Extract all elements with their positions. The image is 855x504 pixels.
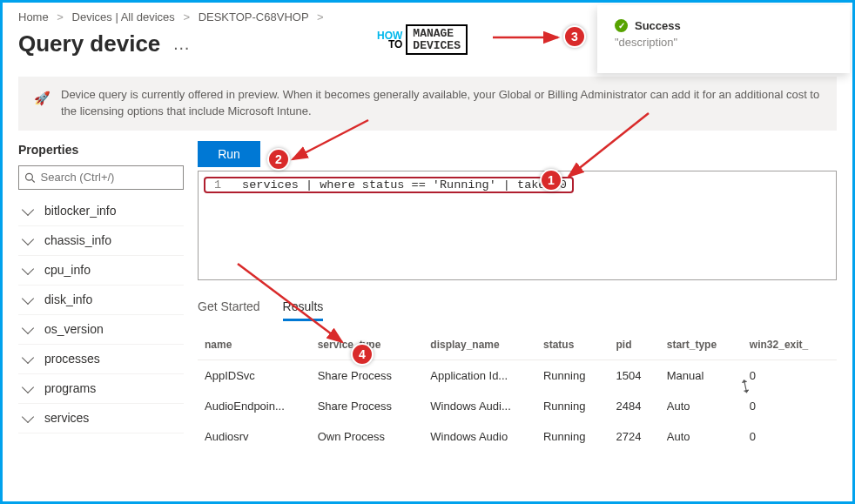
chevron-right-icon: > bbox=[317, 10, 324, 24]
cell-name: Audiosrv bbox=[198, 421, 311, 452]
chevron-right-icon: > bbox=[183, 10, 190, 24]
sidebar-item-services[interactable]: services bbox=[18, 404, 184, 433]
cell-win32_exit_: 0 bbox=[743, 360, 837, 391]
search-input-wrapper[interactable] bbox=[18, 165, 184, 190]
breadcrumb-item[interactable]: Devices | All devices bbox=[72, 10, 175, 24]
column-pid[interactable]: pid bbox=[609, 330, 660, 360]
editor-line-number: 1 bbox=[205, 178, 230, 192]
toast-description: "description" bbox=[615, 36, 832, 49]
sidebar-item-label: processes bbox=[44, 352, 100, 366]
sidebar-item-chassis_info[interactable]: chassis_info bbox=[18, 226, 184, 256]
svg-line-1 bbox=[32, 179, 35, 182]
page-title: Query device bbox=[18, 30, 160, 57]
cell-start_type: Auto bbox=[660, 391, 743, 421]
chevron-down-icon bbox=[22, 263, 34, 275]
sidebar-item-disk_info[interactable]: disk_info bbox=[18, 286, 184, 315]
breadcrumb-item[interactable]: Home bbox=[18, 10, 49, 24]
sidebar-item-label: bitlocker_info bbox=[44, 204, 117, 218]
cell-name: AudioEndpoin... bbox=[198, 391, 311, 421]
search-icon bbox=[24, 171, 36, 184]
annotation-badge-4: 4 bbox=[351, 343, 374, 366]
cell-start_type: Auto bbox=[660, 421, 743, 452]
cell-display_name: Application Id... bbox=[423, 360, 536, 391]
toast-title: Success bbox=[635, 19, 681, 32]
chevron-down-icon bbox=[22, 292, 34, 305]
cell-display_name: Windows Audio bbox=[423, 421, 536, 452]
annotation-badge-3: 3 bbox=[563, 25, 586, 48]
tab-get-started[interactable]: Get Started bbox=[198, 299, 260, 321]
cell-display_name: Windows Audi... bbox=[423, 391, 536, 421]
sidebar-item-label: programs bbox=[44, 381, 96, 395]
sidebar-item-label: services bbox=[44, 411, 89, 425]
toast-success: ✓ Success "description" bbox=[597, 5, 850, 73]
search-input[interactable] bbox=[41, 171, 178, 184]
check-icon: ✓ bbox=[615, 19, 628, 32]
chevron-down-icon bbox=[22, 322, 34, 334]
chevron-down-icon bbox=[22, 352, 34, 364]
cell-status: Running bbox=[536, 421, 609, 452]
editor-code[interactable]: services | where status == 'Running' | t… bbox=[242, 178, 567, 192]
run-button[interactable]: Run bbox=[198, 141, 260, 167]
sidebar-item-processes[interactable]: processes bbox=[18, 345, 184, 374]
more-icon[interactable]: … bbox=[172, 34, 192, 54]
sidebar-item-programs[interactable]: programs bbox=[18, 374, 184, 404]
info-banner: 🚀 Device query is currently offered in p… bbox=[18, 77, 837, 131]
chevron-down-icon bbox=[22, 411, 34, 423]
breadcrumb-item[interactable]: DESKTOP-C68VHOP bbox=[199, 10, 309, 24]
column-name[interactable]: name bbox=[198, 330, 311, 360]
cell-service_type: Own Process bbox=[311, 421, 424, 452]
cell-name: AppIDSvc bbox=[198, 360, 311, 391]
cell-pid: 1504 bbox=[609, 360, 660, 391]
result-tabs: Get Started Results bbox=[198, 299, 837, 321]
sidebar-item-label: os_version bbox=[44, 322, 104, 336]
chevron-right-icon: > bbox=[57, 10, 64, 24]
properties-sidebar: Properties bitlocker_infochassis_infocpu… bbox=[18, 141, 184, 452]
tab-results[interactable]: Results bbox=[283, 299, 324, 321]
rocket-icon: 🚀 bbox=[34, 89, 50, 120]
cell-service_type: Share Process bbox=[311, 391, 424, 421]
cell-status: Running bbox=[536, 391, 609, 421]
cell-pid: 2484 bbox=[609, 391, 660, 421]
query-editor[interactable]: 1 services | where status == 'Running' |… bbox=[198, 171, 837, 280]
column-win32_exit_[interactable]: win32_exit_ bbox=[743, 330, 837, 360]
chevron-down-icon bbox=[22, 381, 34, 393]
cell-pid: 2724 bbox=[609, 421, 660, 452]
sidebar-item-os_version[interactable]: os_version bbox=[18, 315, 184, 345]
cell-win32_exit_: 0 bbox=[743, 391, 837, 421]
sidebar-title: Properties bbox=[18, 143, 184, 157]
cell-start_type: Manual bbox=[660, 360, 743, 391]
column-start_type[interactable]: start_type bbox=[660, 330, 743, 360]
chevron-down-icon bbox=[22, 233, 34, 245]
table-row[interactable]: AudiosrvOwn ProcessWindows AudioRunning2… bbox=[198, 421, 837, 452]
annotation-badge-1: 1 bbox=[540, 169, 562, 192]
sidebar-item-label: cpu_info bbox=[44, 263, 91, 277]
annotation-badge-2: 2 bbox=[267, 148, 290, 171]
sidebar-item-cpu_info[interactable]: cpu_info bbox=[18, 256, 184, 286]
sidebar-item-label: chassis_info bbox=[44, 233, 111, 247]
cell-status: Running bbox=[536, 360, 609, 391]
column-display_name[interactable]: display_name bbox=[423, 330, 536, 360]
column-status[interactable]: status bbox=[536, 330, 609, 360]
logo: HOW TO MANAGE DEVICES bbox=[377, 24, 468, 55]
chevron-down-icon bbox=[22, 204, 34, 216]
svg-point-0 bbox=[26, 173, 33, 180]
sidebar-item-label: disk_info bbox=[44, 292, 92, 306]
cell-win32_exit_: 0 bbox=[743, 421, 837, 452]
sidebar-item-bitlocker_info[interactable]: bitlocker_info bbox=[18, 197, 184, 226]
results-header-row: nameservice_typedisplay_namestatuspidsta… bbox=[198, 330, 837, 360]
properties-tree: bitlocker_infochassis_infocpu_infodisk_i… bbox=[18, 197, 184, 433]
